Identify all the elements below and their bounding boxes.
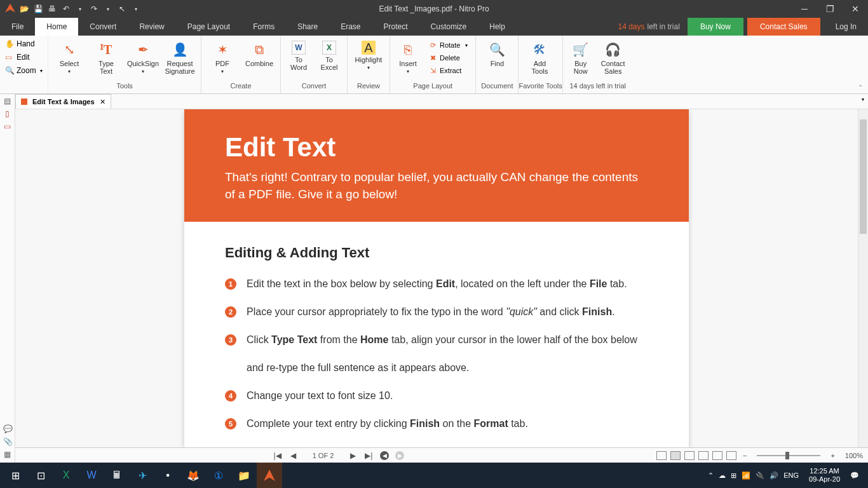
word-icon: W: [292, 41, 306, 55]
prev-page-icon[interactable]: ◀: [289, 451, 297, 460]
view-thumbs-icon[interactable]: [712, 451, 722, 460]
open-icon[interactable]: 📂: [19, 4, 29, 13]
close-tab-icon[interactable]: ✕: [100, 98, 105, 106]
view-single-icon[interactable]: [656, 451, 667, 460]
word-taskbar-icon[interactable]: W: [79, 463, 104, 488]
view-facing-continuous-icon[interactable]: [698, 451, 709, 460]
layers-panel-icon[interactable]: ▭: [3, 122, 12, 131]
language-indicator[interactable]: ENG: [783, 471, 799, 479]
next-page-icon[interactable]: ▶: [349, 451, 357, 460]
start-button[interactable]: ⊞: [3, 463, 28, 488]
onepassword-taskbar-icon[interactable]: ①: [206, 463, 231, 488]
scrollbar-thumb[interactable]: [860, 119, 867, 234]
page-viewport[interactable]: Edit Text That's right! Contrary to popu…: [15, 109, 858, 447]
maximize-button[interactable]: ❐: [817, 4, 843, 14]
extract-button[interactable]: ⇲Extract: [427, 65, 469, 76]
nitro-taskbar-icon[interactable]: [257, 463, 282, 488]
buy-now-button[interactable]: Buy Now: [688, 18, 743, 36]
tab-page-layout[interactable]: Page Layout: [176, 18, 241, 36]
type-text-button[interactable]: ᴵTTypeText: [89, 38, 123, 75]
select-button[interactable]: ⤡Select▾: [52, 38, 86, 74]
vertical-scrollbar[interactable]: [858, 109, 868, 447]
undo-drop-icon[interactable]: ▾: [75, 6, 85, 12]
redo-drop-icon[interactable]: ▾: [103, 6, 113, 12]
notifications-tray-icon[interactable]: 💬: [850, 471, 859, 480]
add-tools-button[interactable]: 🛠AddTools: [522, 38, 557, 75]
zoom-out-icon[interactable]: −: [740, 452, 749, 459]
save-icon[interactable]: 💾: [33, 4, 43, 13]
hand-tool[interactable]: ✋Hand: [4, 38, 44, 50]
undo-icon[interactable]: ↶: [61, 4, 71, 13]
highlight-button[interactable]: AHighlight▾: [351, 38, 386, 71]
wifi-tray-icon[interactable]: 📶: [742, 471, 750, 480]
tab-convert[interactable]: Convert: [78, 18, 128, 36]
onedrive-tray-icon[interactable]: ☁: [719, 471, 726, 480]
tab-file[interactable]: File: [0, 18, 35, 36]
tab-customize[interactable]: Customize: [419, 18, 478, 36]
rotate-button[interactable]: ⟳Rotate▾: [427, 39, 469, 51]
view-facing-icon[interactable]: [684, 451, 695, 460]
tab-protect[interactable]: Protect: [372, 18, 419, 36]
output-panel-icon[interactable]: ▦: [3, 450, 12, 459]
zoom-slider[interactable]: [757, 455, 820, 456]
collapse-ribbon-icon[interactable]: ⌃: [858, 84, 863, 91]
view-continuous-icon[interactable]: [670, 451, 681, 460]
terminal-taskbar-icon[interactable]: ▪: [155, 463, 180, 488]
nitro-logo-icon: [5, 4, 15, 15]
tab-share[interactable]: Share: [286, 18, 329, 36]
telegram-taskbar-icon[interactable]: ✈: [130, 463, 155, 488]
task-view-icon[interactable]: ⊡: [28, 463, 53, 488]
buy-now-ribbon-button[interactable]: 🛒BuyNow: [567, 38, 595, 75]
tray-expand-icon[interactable]: ⌃: [708, 471, 714, 480]
pages-panel-icon[interactable]: ▤: [3, 97, 12, 105]
zoom-in-icon[interactable]: +: [828, 452, 837, 459]
close-button[interactable]: ✕: [843, 4, 868, 14]
attachments-panel-icon[interactable]: 📎: [3, 437, 12, 446]
zoom-tool[interactable]: 🔍Zoom▾: [4, 65, 44, 76]
group-trial: 🛒BuyNow 🎧ContactSales 14 days left in tr…: [563, 36, 633, 93]
find-button[interactable]: 🔍Find: [480, 38, 514, 67]
delete-button[interactable]: ✖Delete: [427, 52, 469, 64]
clock[interactable]: 12:25 AM 09-Apr-20: [804, 467, 845, 484]
minimize-button[interactable]: ─: [792, 4, 817, 14]
last-page-icon[interactable]: ▶|: [363, 451, 374, 460]
redo-icon[interactable]: ↷: [89, 4, 99, 13]
calculator-taskbar-icon[interactable]: 🖩: [104, 463, 130, 488]
tab-forms[interactable]: Forms: [241, 18, 286, 36]
firefox-taskbar-icon[interactable]: 🦊: [180, 463, 206, 488]
prev-view-icon[interactable]: ◀: [380, 451, 389, 460]
view-fullscreen-icon[interactable]: [726, 451, 736, 460]
ribbon: ✋Hand ▭Edit 🔍Zoom▾ ⤡Select▾ ᴵTTypeText ✒…: [0, 36, 868, 94]
to-excel-button[interactable]: XToExcel: [315, 38, 343, 71]
print-icon[interactable]: 🖶: [47, 4, 57, 13]
volume-tray-icon[interactable]: 🔊: [770, 471, 778, 480]
quicksign-button[interactable]: ✒QuickSign▾: [126, 38, 160, 74]
tab-review[interactable]: Review: [128, 18, 175, 36]
bookmarks-panel-icon[interactable]: ▯: [3, 109, 12, 118]
tab-help[interactable]: Help: [478, 18, 517, 36]
edit-tool[interactable]: ▭Edit: [4, 51, 44, 63]
section-heading: Editing & Adding Text: [225, 245, 648, 261]
login-button[interactable]: Log In: [824, 18, 868, 36]
comments-panel-icon[interactable]: 💬: [3, 424, 12, 433]
excel-taskbar-icon[interactable]: X: [53, 463, 79, 488]
dropbox-tray-icon[interactable]: ⊞: [731, 471, 736, 480]
explorer-taskbar-icon[interactable]: 📁: [231, 463, 257, 488]
battery-tray-icon[interactable]: 🔌: [756, 471, 764, 480]
contact-sales-ribbon-button[interactable]: 🎧ContactSales: [597, 38, 629, 75]
request-signature-button[interactable]: 👤RequestSignature: [163, 38, 197, 75]
document-tab[interactable]: Edit Text & Images ✕: [15, 94, 111, 109]
tab-home[interactable]: Home: [35, 18, 78, 36]
first-page-icon[interactable]: |◀: [273, 451, 283, 460]
cursor-icon[interactable]: ↖: [117, 4, 127, 13]
to-word-button[interactable]: WToWord: [285, 38, 313, 71]
next-view-icon[interactable]: ▶: [395, 451, 404, 460]
insert-button[interactable]: ⎘Insert▾: [394, 38, 422, 74]
zoom-level: 100%: [845, 452, 863, 459]
tab-erase[interactable]: Erase: [329, 18, 372, 36]
tabs-dropdown-icon[interactable]: ▾: [862, 97, 864, 102]
contact-sales-button[interactable]: Contact Sales: [747, 18, 820, 36]
pdf-button[interactable]: ✶PDF▾: [205, 38, 240, 74]
combine-button[interactable]: ⧉Combine: [242, 38, 276, 67]
qat-drop-icon[interactable]: ▾: [131, 6, 141, 12]
